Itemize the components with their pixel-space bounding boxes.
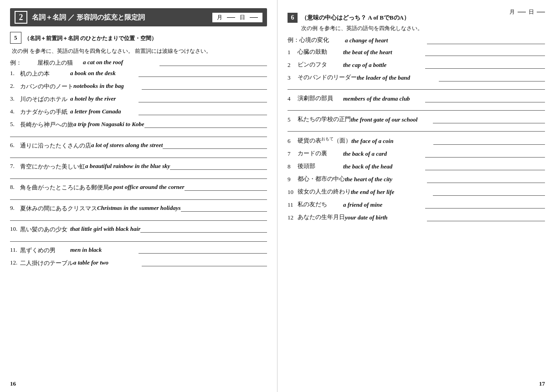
right-item-block: 10彼女の人生の終わりthe end of her life	[288, 188, 545, 196]
right-item-english: the back of the head	[343, 163, 425, 170]
right-item-japanese: 心臓の鼓動	[298, 48, 343, 56]
item-number: 3.	[10, 95, 20, 102]
left-item-row: 7.青空にかかった美しい虹a beautiful rainbow in the …	[10, 163, 267, 171]
section6-title: （意味の中心はどっち？ A of BでBのA）	[301, 14, 410, 22]
item-answer-line[interactable]	[181, 204, 267, 212]
right-item-japanese: 私の友だち	[298, 200, 343, 209]
item-answer-line[interactable]	[142, 82, 267, 90]
left-item-row: 9.夏休みの間にあるクリスマスChristmas in the summer h…	[10, 204, 267, 213]
right-example-japanese: 心境の変化	[299, 36, 345, 44]
right-answer-line[interactable]	[427, 214, 545, 221]
left-item-block: 8.角を曲がったところにある郵便局a post office around th…	[10, 183, 267, 200]
item-answer-line[interactable]	[144, 121, 267, 128]
right-answer-line[interactable]	[425, 49, 545, 56]
item-english: Christmas in the summer holidays	[97, 204, 181, 212]
left-item-row: 5.長崎から神戸への旅a trip from Nagasaki to Kobe	[10, 121, 267, 129]
item-number: 12.	[10, 259, 20, 266]
right-item-row: 8後頭部the back of the head	[288, 162, 545, 170]
right-answer-line[interactable]	[425, 95, 545, 102]
right-item-block: 11私の友だちa friend of mine	[288, 200, 545, 209]
right-item-japanese: 後頭部	[298, 162, 343, 170]
right-item-block: 7カードの裏the back of a card	[288, 149, 545, 158]
right-answer-line[interactable]	[433, 188, 545, 196]
right-item-row: 10彼女の人生の終わりthe end of her life	[288, 188, 545, 196]
double-line	[10, 193, 267, 200]
right-item-japanese: そのバンドのリーダー	[298, 73, 357, 81]
right-answer-line[interactable]	[425, 61, 545, 69]
right-double-line	[288, 82, 545, 90]
left-item-block: 1.机の上の本a book on the desk	[10, 70, 267, 78]
right-answer-line[interactable]	[433, 137, 545, 145]
item-english: a hotel by the river	[70, 95, 139, 102]
left-items-container: 1.机の上の本a book on the desk2.カバンの中のノートnote…	[10, 70, 267, 267]
item-answer-line[interactable]	[139, 246, 267, 254]
item-answer-line[interactable]	[140, 225, 267, 233]
item-answer-line[interactable]	[163, 142, 267, 149]
item-japanese: カバンの中のノート	[20, 82, 73, 91]
right-item-japanese: 私たちの学校の正門	[298, 115, 351, 123]
right-answer-line[interactable]	[433, 116, 545, 123]
exercise5-block: 5 （名詞＋前置詞＋名詞 のひとかたまりで位置・空間） 次の例 を参考に、英語の…	[10, 32, 267, 55]
item-english: a trip from Nagasaki to Kobe	[73, 121, 144, 128]
right-example-english: a change of heart	[345, 37, 427, 44]
section-header: 2 名詞＋名詞 ／ 形容詞の拡充と限定詞 月 日	[10, 8, 267, 26]
section-number-box: 2	[15, 11, 27, 24]
item-english: men in black	[70, 246, 139, 254]
right-item-english: the face of a coin	[351, 137, 433, 145]
right-item-number: 10	[288, 188, 298, 196]
month-line	[227, 17, 235, 18]
left-item-row: 8.角を曲がったところにある郵便局a post office around th…	[10, 183, 267, 192]
right-item-row: 7カードの裏the back of a card	[288, 149, 545, 158]
item-japanese: 二人掛けのテーブル	[20, 259, 73, 267]
left-item-block: 6.通りに沿ったたくさんの店a lot of stores along the …	[10, 142, 267, 158]
right-item-row: 12あなたの生年月日your date of birth	[288, 213, 545, 221]
double-line	[10, 130, 267, 137]
item-english: a lot of stores along the street	[91, 142, 163, 149]
right-item-number: 5	[288, 116, 298, 123]
item-number: 4.	[10, 108, 20, 115]
left-item-block: 10.黒い髪のあの少女that little girl with black h…	[10, 225, 267, 242]
date-box-right: 月 日	[509, 8, 545, 16]
right-answer-line[interactable]	[425, 201, 545, 209]
item-answer-line[interactable]	[142, 259, 267, 266]
right-item-japanese: ビンのフタ	[298, 61, 343, 69]
right-item-number: 1	[288, 49, 298, 56]
right-answer-line[interactable]	[425, 163, 545, 170]
item-number: 9.	[10, 204, 20, 212]
item-answer-line[interactable]	[185, 183, 267, 191]
left-item-row: 4.カナダからの手紙a letter from Canada	[10, 108, 267, 116]
item-english: a book on the desk	[70, 70, 139, 77]
example-answer-line[interactable]	[159, 59, 267, 66]
right-answer-line[interactable]	[439, 74, 545, 81]
left-item-block: 4.カナダからの手紙a letter from Canada	[10, 108, 267, 116]
item-english: a beautiful rainbow in the blue sky	[85, 163, 170, 170]
section-number: 2	[19, 13, 23, 22]
left-item-row: 11.黒ずくめの男men in black	[10, 246, 267, 255]
left-item-block: 5.長崎から神戸への旅a trip from Nagasaki to Kobe	[10, 121, 267, 137]
item-english: notebooks in the bag	[73, 82, 142, 90]
right-item-number: 11	[288, 201, 298, 209]
right-item-number: 2	[288, 61, 298, 69]
page-container: 2 名詞＋名詞 ／ 形容詞の拡充と限定詞 月 日 5 （名詞＋前置詞＋名詞 のひ…	[0, 0, 555, 392]
right-example-row: 例： 心境の変化 a change of heart	[288, 36, 545, 44]
right-item-row: 6硬貨の表おもて（面）the face of a coin	[288, 136, 545, 145]
item-answer-line[interactable]	[139, 95, 267, 102]
right-answer-line[interactable]	[427, 176, 545, 183]
right-example-label: 例：	[288, 36, 299, 44]
left-item-row: 12.二人掛けのテーブルa table for two	[10, 259, 267, 267]
item-answer-line[interactable]	[139, 108, 267, 115]
right-item-number: 9	[288, 176, 298, 183]
double-line	[10, 214, 267, 221]
right-answer-line[interactable]	[425, 150, 545, 158]
item-answer-line[interactable]	[139, 70, 267, 77]
right-item-row: 1心臓の鼓動the beat of the heart	[288, 48, 545, 56]
date-box-left: 月 日	[212, 13, 262, 22]
left-item-block: 9.夏休みの間にあるクリスマスChristmas in the summer h…	[10, 204, 267, 221]
left-item-row: 1.机の上の本a book on the desk	[10, 70, 267, 78]
right-example-answer-line[interactable]	[427, 37, 545, 44]
item-number: 2.	[10, 82, 20, 90]
left-item-block: 12.二人掛けのテーブルa table for two	[10, 259, 267, 267]
item-japanese: 川のそばのホテル	[20, 95, 70, 103]
item-answer-line[interactable]	[170, 163, 267, 170]
right-page-number: 17	[539, 380, 545, 387]
